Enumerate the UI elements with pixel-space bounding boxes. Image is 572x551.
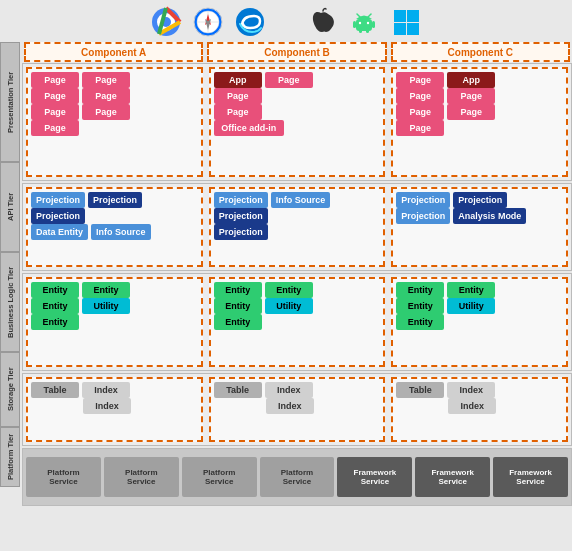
- entity-chip: Entity: [214, 298, 262, 314]
- utility-chip: Utility: [447, 298, 495, 314]
- business-tier-row: Entity Entity Entity Utility Entity Enti…: [22, 273, 572, 371]
- svg-rect-12: [372, 21, 375, 28]
- storage-a-cell: Table Index Index: [26, 377, 203, 442]
- utility-chip: Utility: [82, 298, 130, 314]
- platform-tier-label: Platform Tier: [0, 427, 20, 487]
- business-c-cell: Entity Entity Entity Utility Entity: [391, 277, 568, 367]
- projection-chip: Projection: [214, 224, 268, 240]
- main-container: Presentation Tier API Tier Business Logi…: [0, 0, 572, 551]
- entity-chip: Entity: [31, 314, 79, 330]
- page-chip: Page: [396, 72, 444, 88]
- svg-rect-14: [366, 28, 369, 33]
- svg-point-15: [359, 22, 361, 24]
- page-chip: Page: [31, 120, 79, 136]
- framework-service-chip-1: FrameworkService: [337, 457, 412, 497]
- entity-chip: Entity: [214, 282, 262, 298]
- apple-icon: [306, 6, 338, 38]
- page-chip: Page: [214, 88, 262, 104]
- svg-rect-19: [394, 10, 406, 22]
- page-chip: Page: [396, 104, 444, 120]
- framework-service-chip-2: FrameworkService: [415, 457, 490, 497]
- svg-rect-21: [394, 23, 406, 35]
- projection-chip: Projection: [214, 208, 268, 224]
- page-chip: Page: [82, 72, 130, 88]
- page-chip: Page: [447, 104, 495, 120]
- index-chip: Index: [82, 382, 130, 398]
- index-chip: Index: [83, 398, 131, 414]
- analysis-mode-chip: Analysis Mode: [453, 208, 526, 224]
- platform-service-chip-2: PlatformService: [104, 457, 179, 497]
- presentation-c-cell: Page App Page Page Page Page Page: [391, 67, 568, 177]
- entity-chip: Entity: [31, 282, 79, 298]
- presentation-b-cell: App Page Page Page Office add-in: [209, 67, 386, 177]
- business-tier-label: Business Logic Tier: [0, 252, 20, 352]
- storage-tier-row: Table Index Index Table Index Index: [22, 373, 572, 446]
- projection-chip: Projection: [214, 192, 268, 208]
- page-chip: Page: [396, 120, 444, 136]
- tier-content: Component A Component B Component C Page…: [20, 42, 572, 537]
- chrome-icon: [150, 6, 182, 38]
- office-addin-chip: Office add-in: [214, 120, 284, 136]
- svg-rect-13: [359, 28, 362, 33]
- page-chip: Page: [31, 72, 79, 88]
- page-chip: Page: [214, 104, 262, 120]
- business-a-cell: Entity Entity Entity Utility Entity: [26, 277, 203, 367]
- svg-rect-10: [356, 19, 372, 31]
- edge-icon: [234, 6, 266, 38]
- page-chip: Page: [82, 88, 130, 104]
- entity-chip: Entity: [447, 282, 495, 298]
- app-chip: App: [447, 72, 495, 88]
- tier-labels: Presentation Tier API Tier Business Logi…: [0, 42, 20, 537]
- entity-chip: Entity: [265, 282, 313, 298]
- utility-chip: Utility: [265, 298, 313, 314]
- projection-chip: Projection: [396, 192, 450, 208]
- app-chip: App: [214, 72, 262, 88]
- projection-chip: Projection: [88, 192, 142, 208]
- entity-chip: Entity: [396, 314, 444, 330]
- framework-service-chip-3: FrameworkService: [493, 457, 568, 497]
- storage-b-cell: Table Index Index: [209, 377, 386, 442]
- table-chip: Table: [396, 382, 444, 398]
- component-a-header: Component A: [24, 42, 203, 62]
- entity-chip: Entity: [82, 282, 130, 298]
- svg-point-16: [367, 22, 369, 24]
- api-tier-row: Projection Projection Projection Data En…: [22, 183, 572, 271]
- presentation-tier-label: Presentation Tier: [0, 42, 20, 162]
- svg-rect-22: [407, 23, 419, 35]
- entity-chip: Entity: [396, 298, 444, 314]
- tier-grid: Presentation Tier API Tier Business Logi…: [0, 42, 572, 537]
- storage-tier-label: Storage Tier: [0, 352, 20, 427]
- index-chip: Index: [265, 382, 313, 398]
- entity-chip: Entity: [396, 282, 444, 298]
- svg-rect-20: [407, 10, 419, 22]
- info-source-chip: Info Source: [91, 224, 151, 240]
- index-chip: Index: [266, 398, 314, 414]
- page-chip: Page: [82, 104, 130, 120]
- table-chip: Table: [214, 382, 262, 398]
- component-headers: Component A Component B Component C: [22, 42, 572, 62]
- presentation-tier-row: Page Page Page Page Page Page Page: [22, 63, 572, 181]
- api-b-cell: Projection Info Source Projection Projec…: [209, 187, 386, 267]
- page-chip: Page: [396, 88, 444, 104]
- business-b-cell: Entity Entity Entity Utility Entity: [209, 277, 386, 367]
- projection-chip: Projection: [453, 192, 507, 208]
- safari-icon: [192, 6, 224, 38]
- index-chip: Index: [448, 398, 496, 414]
- platform-tier-row: PlatformService PlatformService Platform…: [22, 448, 572, 506]
- index-chip: Index: [447, 382, 495, 398]
- page-chip: Page: [31, 104, 79, 120]
- entity-chip: Entity: [31, 298, 79, 314]
- android-icon: [348, 6, 380, 38]
- svg-rect-11: [353, 21, 356, 28]
- data-entity-chip: Data Entity: [31, 224, 88, 240]
- info-source-chip: Info Source: [271, 192, 331, 208]
- page-chip: Page: [265, 72, 313, 88]
- api-tier-label: API Tier: [0, 162, 20, 252]
- entity-chip: Entity: [214, 314, 262, 330]
- page-chip: Page: [31, 88, 79, 104]
- component-c-header: Component C: [391, 42, 570, 62]
- platform-service-chip-4: PlatformService: [260, 457, 335, 497]
- platform-service-chip-3: PlatformService: [182, 457, 257, 497]
- table-chip: Table: [31, 382, 79, 398]
- presentation-a-cell: Page Page Page Page Page Page Page: [26, 67, 203, 177]
